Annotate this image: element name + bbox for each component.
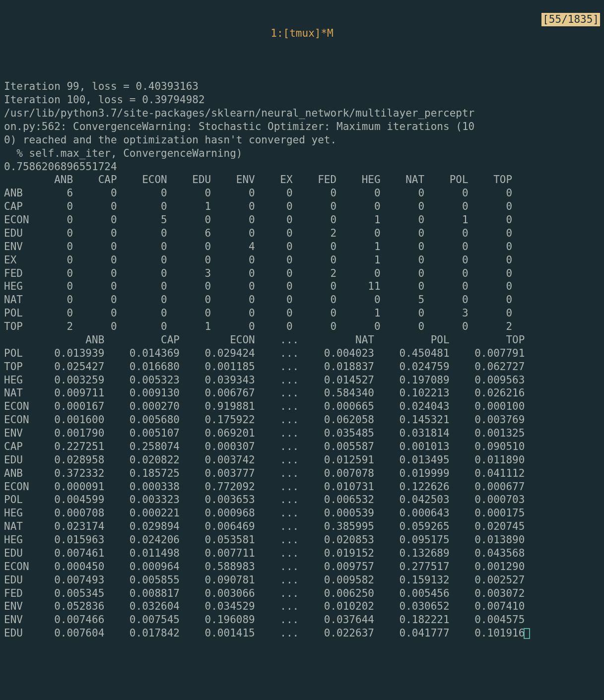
tmux-title: 1:[tmux]*M bbox=[4, 27, 600, 40]
terminal-screen[interactable]: 1:[tmux]*M [55/1835] Iteration 99, loss … bbox=[0, 0, 604, 700]
terminal-cursor bbox=[524, 628, 530, 639]
search-indicator: [55/1835] bbox=[541, 13, 600, 26]
terminal-output: Iteration 99, loss = 0.40393163 Iteratio… bbox=[4, 80, 600, 640]
